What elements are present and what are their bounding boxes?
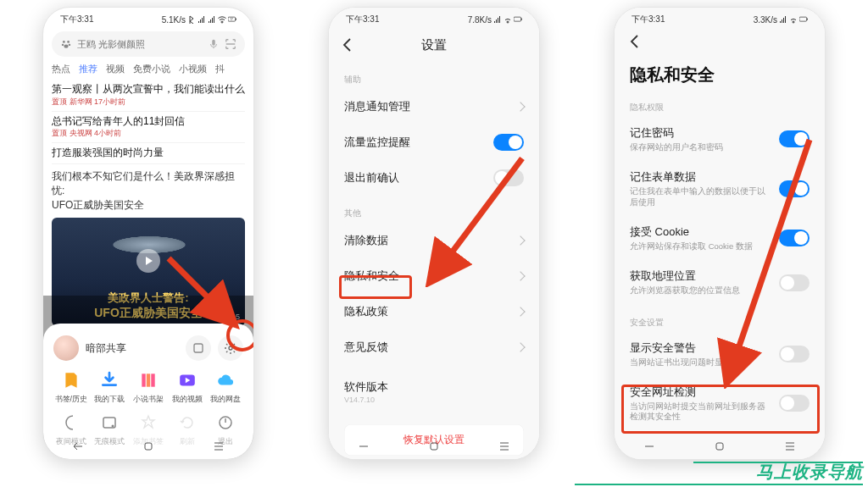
headline-title: 第一观察丨从两次宣誓中，我们能读出什么: [52, 83, 245, 97]
section-label: 隐私权限: [615, 90, 825, 117]
toggle-switch[interactable]: [779, 346, 810, 362]
wifi-icon: [504, 15, 512, 24]
row-url-detection[interactable]: 安全网址检测当访问网站时提交当前网址到服务器检测其安全性: [615, 376, 825, 431]
row-feedback[interactable]: 意见反馈: [329, 329, 539, 365]
edit-button[interactable]: [186, 335, 211, 361]
menu-downloads[interactable]: 我的下载: [92, 369, 128, 405]
menu-cloud[interactable]: 我的网盘: [208, 369, 243, 405]
toggle-switch[interactable]: [493, 134, 524, 151]
status-bar: 下午3:31 7.8K/s: [329, 8, 539, 28]
svg-point-5: [62, 44, 64, 46]
row-notifications[interactable]: 消息通知管理: [329, 89, 539, 125]
toggle-switch[interactable]: [779, 130, 810, 147]
tab-more[interactable]: 抖: [215, 63, 225, 75]
tab-novel[interactable]: 免费小说: [133, 63, 170, 75]
svg-rect-13: [151, 374, 154, 386]
tab-hot[interactable]: 热点: [52, 63, 70, 75]
android-navbar: [43, 434, 253, 459]
settings-button[interactable]: [218, 335, 243, 361]
svg-point-7: [64, 45, 68, 48]
toggle-switch[interactable]: [779, 274, 810, 291]
toggle-switch[interactable]: [779, 395, 810, 412]
nav-home-icon[interactable]: [136, 440, 160, 453]
toggle-switch[interactable]: [779, 230, 810, 246]
page-title: 设置: [421, 37, 447, 53]
nav-recent-icon[interactable]: [492, 440, 516, 453]
nav-back-icon[interactable]: [352, 440, 376, 453]
search-input[interactable]: [77, 39, 203, 49]
row-exit-confirm[interactable]: 退出前确认: [329, 160, 539, 196]
wifi-icon: [218, 15, 226, 24]
battery-icon: [799, 15, 808, 24]
page-header: 设置: [329, 28, 539, 62]
chevron-right-icon: [515, 342, 525, 351]
headline-item[interactable]: 总书记写给青年人的11封回信 置顶 央视网 4小时前: [52, 112, 245, 144]
headline-meta: 置顶 新华网 17小时前: [52, 97, 245, 108]
row-privacy-policy[interactable]: 隐私政策: [329, 294, 539, 329]
paw-icon: [60, 38, 72, 50]
toggle-switch[interactable]: [493, 169, 524, 186]
video-caption: 美政界人士警告:: [52, 291, 245, 306]
row-privacy-security[interactable]: 隐私和安全: [329, 258, 539, 294]
tab-video[interactable]: 视频: [106, 63, 125, 75]
status-net: 5.1K/s: [162, 15, 186, 25]
svg-point-10: [229, 346, 232, 350]
nav-recent-icon[interactable]: [778, 440, 802, 453]
row-remember-form[interactable]: 记住表单数据记住我在表单中输入的数据以便于以后使用: [615, 161, 825, 216]
back-icon[interactable]: [339, 36, 356, 53]
category-tabs[interactable]: 热点 推荐 视频 免费小说 小视频 抖: [52, 60, 245, 80]
row-cookie[interactable]: 接受 Cookie允许网站保存和读取 Cookie 数据: [615, 216, 825, 260]
menu-myvideos[interactable]: 我的视频: [170, 369, 205, 405]
back-icon: [626, 33, 643, 50]
phone-screenshot-privacy-security: 下午3:31 3.3K/s 隐私和安全 隐私权限 记住密码保存网站的用户名和密码…: [614, 7, 826, 460]
headline-item[interactable]: 第一观察丨从两次宣誓中，我们能读出什么 置顶 新华网 17小时前: [52, 80, 245, 112]
svg-rect-1: [236, 19, 236, 20]
nav-home-icon[interactable]: [708, 440, 732, 453]
feature-line1: 我们根本不知它们是什么！美政界深感担忧:: [52, 169, 245, 198]
chevron-right-icon: [515, 271, 525, 280]
svg-point-4: [67, 41, 70, 43]
toggle-switch[interactable]: [779, 180, 810, 197]
row-remember-password[interactable]: 记住密码保存网站的用户名和密码: [615, 117, 825, 161]
svg-rect-22: [799, 17, 807, 21]
nav-home-icon[interactable]: [422, 440, 446, 453]
feature-block[interactable]: 我们根本不知它们是什么！美政界深感担忧: UFO正威胁美国安全 美政界人士警告:…: [52, 164, 245, 342]
nav-back-icon[interactable]: [637, 440, 661, 453]
signal-icon: [208, 15, 216, 24]
svg-point-16: [112, 425, 114, 428]
nav-back-icon[interactable]: [66, 440, 90, 453]
phone-screenshot-settings: 下午3:31 7.8K/s 设置 辅助 消息通知管理 流量监控提醒 退出前确认 …: [328, 7, 540, 460]
chevron-right-icon: [515, 102, 525, 111]
row-clear-data[interactable]: 清除数据: [329, 223, 539, 258]
scan-icon[interactable]: [225, 38, 236, 50]
svg-rect-23: [807, 19, 808, 20]
back-button[interactable]: [615, 28, 825, 53]
menu-grid-top: 书签/历史 我的下载 小说书架 我的视频 我的网盘: [53, 369, 243, 405]
battery-icon: 77: [228, 15, 236, 24]
headline-item[interactable]: 打造服装强国的时尚力量: [52, 143, 245, 164]
nav-recent-icon[interactable]: [207, 440, 231, 453]
tab-recommend[interactable]: 推荐: [79, 63, 97, 75]
chevron-right-icon: [515, 235, 525, 245]
video-duration: 02:45: [220, 313, 240, 321]
menu-bookshelf[interactable]: 小说书架: [131, 369, 166, 405]
play-icon[interactable]: [136, 249, 160, 273]
status-right: 5.1K/s 77: [162, 15, 236, 25]
avatar[interactable]: [53, 335, 79, 361]
version-text: V14.7.10: [329, 396, 539, 409]
video-thumbnail[interactable]: 美政界人士警告: UFO正威胁美国安全 02:45: [52, 218, 245, 326]
row-data-monitor[interactable]: 流量监控提醒: [329, 125, 539, 160]
menu-bookmark-history[interactable]: 书签/历史: [53, 369, 89, 405]
share-label: 暗部共享: [86, 341, 179, 356]
row-show-warning[interactable]: 显示安全警告当网站证书出现问题时显示警告: [615, 332, 825, 376]
signal-icon: [198, 15, 206, 24]
svg-rect-9: [194, 344, 203, 352]
svg-rect-19: [514, 17, 521, 21]
bluetooth-icon: [187, 15, 196, 24]
search-bar[interactable]: [52, 31, 245, 57]
tab-shortvideo[interactable]: 小视频: [179, 63, 207, 75]
mic-icon[interactable]: [208, 38, 220, 50]
svg-rect-21: [431, 443, 437, 450]
row-geolocation[interactable]: 获取地理位置允许浏览器获取您的位置信息: [615, 260, 825, 304]
status-net: 7.8K/s: [468, 15, 492, 25]
